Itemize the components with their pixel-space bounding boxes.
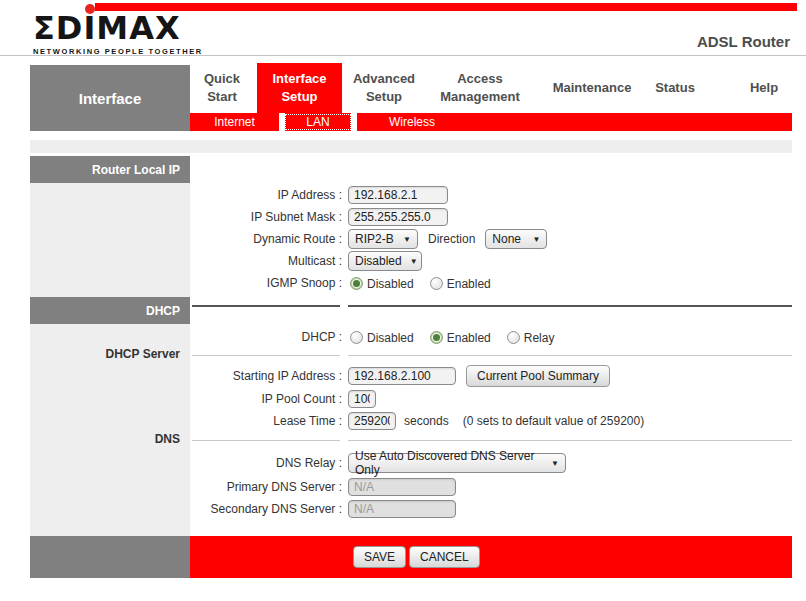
tab-advanced-setup[interactable]: AdvancedSetup	[346, 63, 422, 113]
multicast-select[interactable]: Disabled ▼	[348, 251, 422, 271]
ip-address-label: IP Address :	[190, 188, 342, 202]
product-title: ADSL Router	[697, 33, 790, 50]
tab-access-management[interactable]: AccessManagement	[430, 63, 530, 113]
dns-relay-label: DNS Relay :	[190, 456, 342, 470]
subtab-bar: Internet LAN Wireless	[190, 113, 792, 131]
chevron-down-icon: ▼	[403, 235, 411, 244]
dns-relay-select[interactable]: Use Auto Discovered DNS Server Only ▼	[348, 453, 566, 473]
dhcp-server-divider	[348, 355, 792, 356]
tab-maintenance[interactable]: Maintenance	[546, 63, 638, 113]
logo-red-dot-icon	[85, 4, 95, 14]
subnet-mask-input[interactable]	[348, 208, 448, 226]
sidebar-label-dns: DNS	[30, 432, 180, 446]
row-dhcp-mode: DHCP : Disabled Enabled Relay	[190, 326, 792, 348]
header-divider	[0, 55, 806, 56]
sidebar-header-dhcp: DHCP	[30, 297, 190, 324]
logo-wordmark: ΣDIMAX	[33, 12, 203, 44]
cancel-button[interactable]: CANCEL	[409, 546, 480, 568]
dhcp-disabled-option-label: Disabled	[367, 329, 414, 345]
dhcp-disabled-radio[interactable]	[350, 331, 363, 344]
subtab-lan[interactable]: LAN	[285, 114, 351, 130]
igmp-disabled-option-label: Disabled	[367, 275, 414, 291]
row-starting-ip: Starting IP Address : Current Pool Summa…	[190, 365, 792, 387]
row-ip-pool-count: IP Pool Count :	[190, 388, 792, 410]
chevron-down-icon: ▼	[410, 257, 418, 266]
tab-status[interactable]: Status	[648, 63, 702, 113]
igmp-enabled-option-label: Enabled	[447, 275, 491, 291]
dhcp-enabled-radio[interactable]	[430, 331, 443, 344]
sidebar-panel	[30, 156, 190, 536]
chevron-down-icon: ▼	[551, 459, 559, 468]
tab-quick-start[interactable]: QuickStart	[196, 63, 248, 113]
igmp-disabled-radio[interactable]	[350, 277, 363, 290]
igmp-enabled-radio[interactable]	[430, 277, 443, 290]
dns-divider	[348, 440, 792, 441]
dhcp-label: DHCP :	[190, 330, 342, 344]
logo-prefix: ΣD	[33, 9, 83, 47]
subnet-mask-label: IP Subnet Mask :	[190, 210, 342, 224]
igmp-snoop-label: IGMP Snoop :	[190, 276, 342, 290]
tab-interface-setup[interactable]: InterfaceSetup	[257, 63, 342, 113]
lease-time-note: (0 sets to default value of 259200)	[463, 414, 644, 428]
content-top-band	[30, 140, 792, 153]
footer-sidebar-block	[30, 536, 190, 578]
tab-help[interactable]: Help	[740, 63, 788, 113]
sidebar-section-title: Interface	[30, 65, 190, 131]
ip-address-input[interactable]	[348, 186, 448, 204]
sidebar-label-dhcp-server: DHCP Server	[30, 347, 180, 361]
primary-dns-input	[348, 478, 456, 496]
current-pool-summary-button[interactable]: Current Pool Summary	[466, 365, 610, 387]
dns-divider	[192, 440, 340, 441]
dynamic-route-label: Dynamic Route :	[190, 232, 342, 246]
subtab-wireless[interactable]: Wireless	[357, 115, 467, 129]
row-ip-address: IP Address :	[190, 184, 792, 206]
secondary-dns-label: Secondary DNS Server :	[190, 502, 342, 516]
lease-time-input[interactable]	[348, 412, 396, 430]
ip-pool-count-label: IP Pool Count :	[190, 392, 342, 406]
row-dns-relay: DNS Relay : Use Auto Discovered DNS Serv…	[190, 452, 792, 474]
logo-letter-i: I	[83, 12, 96, 44]
row-secondary-dns: Secondary DNS Server :	[190, 498, 792, 520]
edimax-logo: ΣDIMAX NETWORKING PEOPLE TOGETHER	[33, 12, 203, 56]
direction-label: Direction	[428, 232, 475, 246]
ip-pool-count-input[interactable]	[348, 390, 376, 408]
dynamic-route-select[interactable]: RIP2-B ▼	[348, 229, 418, 249]
starting-ip-input[interactable]	[348, 367, 456, 385]
starting-ip-label: Starting IP Address :	[190, 369, 342, 383]
sidebar-header-router-local-ip: Router Local IP	[30, 156, 190, 183]
secondary-dns-input	[348, 500, 456, 518]
row-multicast: Multicast : Disabled ▼	[190, 250, 792, 272]
router-admin-page: ΣDIMAX NETWORKING PEOPLE TOGETHER ADSL R…	[0, 0, 806, 601]
footer-action-bar: SAVE CANCEL	[190, 536, 792, 578]
dhcp-relay-option-label: Relay	[524, 329, 555, 345]
row-igmp-snoop: IGMP Snoop : Disabled Enabled	[190, 272, 792, 294]
multicast-label: Multicast :	[190, 254, 342, 268]
logo-suffix: MAX	[96, 9, 180, 47]
row-subnet-mask: IP Subnet Mask :	[190, 206, 792, 228]
primary-dns-label: Primary DNS Server :	[190, 480, 342, 494]
top-red-bar	[95, 3, 797, 11]
dhcp-section-divider	[192, 305, 340, 307]
direction-select[interactable]: None ▼	[485, 229, 547, 249]
row-primary-dns: Primary DNS Server :	[190, 476, 792, 498]
chevron-down-icon: ▼	[532, 235, 540, 244]
lease-time-unit: seconds	[404, 414, 449, 428]
save-button[interactable]: SAVE	[353, 546, 406, 568]
row-lease-time: Lease Time : seconds (0 sets to default …	[190, 410, 792, 432]
row-dynamic-route: Dynamic Route : RIP2-B ▼ Direction None …	[190, 228, 792, 250]
dhcp-relay-radio[interactable]	[507, 331, 520, 344]
dhcp-enabled-option-label: Enabled	[447, 329, 491, 345]
subtab-internet[interactable]: Internet	[190, 115, 279, 129]
dhcp-server-divider	[192, 355, 340, 356]
dhcp-section-divider	[348, 305, 792, 307]
lease-time-label: Lease Time :	[190, 414, 342, 428]
